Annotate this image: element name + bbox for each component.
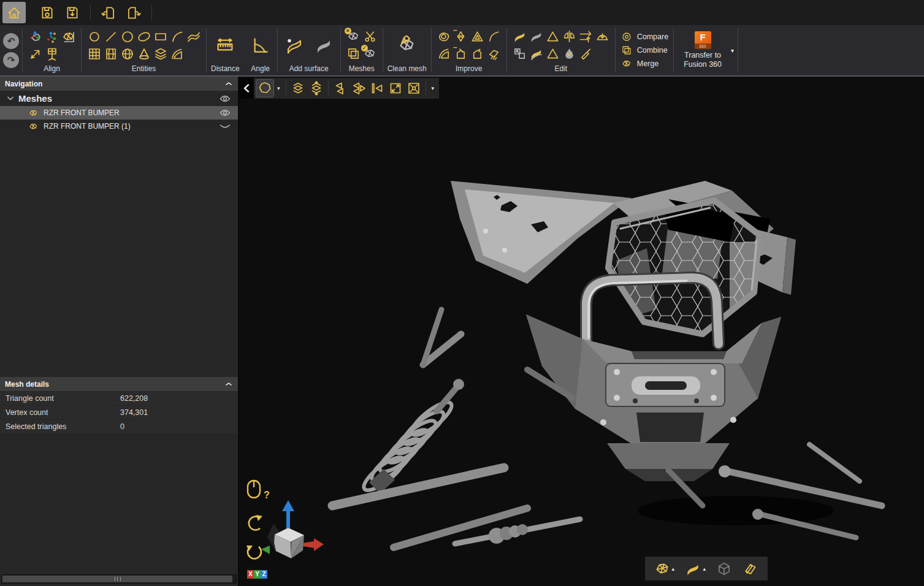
line-button[interactable] (102, 28, 119, 45)
chevron-up-icon[interactable]: ▴ (703, 566, 706, 572)
offset-surface-button[interactable] (528, 45, 544, 62)
align-mesh-button[interactable] (27, 28, 44, 45)
patch-region-button[interactable] (469, 45, 486, 62)
save-as-button[interactable] (61, 2, 84, 23)
visibility-hidden-eye-icon[interactable] (220, 123, 231, 130)
smooth-brush-button[interactable] (486, 45, 502, 62)
redo-document-button[interactable] (122, 2, 145, 23)
navigation-header[interactable]: Navigation (0, 77, 238, 91)
align-to-corner-button[interactable] (60, 28, 77, 45)
divider (286, 81, 286, 96)
validate-mesh-button[interactable]: ✓ (362, 45, 378, 62)
combine-button[interactable]: Combine (620, 44, 668, 56)
cylinder-button[interactable] (102, 45, 119, 62)
tree-group-meshes[interactable]: Meshes (0, 91, 238, 106)
smooth-arc-button[interactable] (486, 28, 502, 45)
lasso-select-button[interactable] (256, 80, 273, 97)
remesh-button[interactable] (469, 28, 486, 45)
rectangle-button[interactable] (152, 28, 169, 45)
collapse-chevron-icon[interactable] (226, 82, 232, 86)
align-group-label: Align (44, 64, 60, 75)
undo-document-button[interactable] (97, 2, 120, 23)
duplicate-mesh-button[interactable] (345, 45, 362, 62)
delete-mesh-button[interactable]: × (345, 28, 362, 45)
merge-button[interactable]: Merge (620, 58, 668, 70)
select-through-button[interactable] (368, 80, 386, 97)
flip-selection-button[interactable] (332, 80, 349, 97)
stack-button[interactable] (152, 45, 169, 62)
shrink-selection-button[interactable] (405, 80, 422, 97)
orientation-gizmo[interactable]: ? (244, 478, 330, 569)
home-button[interactable] (2, 2, 26, 23)
more-options-chevron-icon[interactable]: ▾ (429, 85, 437, 91)
grid-axes-button[interactable] (44, 45, 60, 62)
edit-surface-button[interactable] (511, 28, 528, 45)
wireframe-display-button[interactable]: ▴ (654, 561, 675, 577)
tree-item-rzr-front-bumper-1[interactable]: RZR FRONT BUMPER (1) (0, 120, 238, 133)
layers-visibility-button[interactable] (289, 80, 307, 97)
tangent-surface-button[interactable] (436, 45, 452, 62)
fill-hole-button[interactable] (436, 28, 452, 45)
new-surface-button[interactable] (282, 33, 307, 58)
divider (426, 81, 426, 96)
curved-surface-button[interactable] (169, 45, 185, 62)
move-arrow-button[interactable] (27, 45, 44, 62)
redo-icon[interactable]: ↷ (3, 52, 19, 68)
compare-combine-merge-group: Compare Combine Merge (616, 25, 673, 75)
push-pull-button[interactable] (594, 28, 611, 45)
visibility-eye-icon[interactable] (220, 95, 231, 102)
collapse-chevron-icon[interactable] (226, 382, 232, 386)
chevron-up-icon[interactable]: ▴ (672, 566, 675, 572)
collapse-panel-button[interactable] (239, 78, 254, 99)
section-plane-button[interactable] (743, 561, 758, 577)
cone-button[interactable] (136, 45, 152, 62)
invert-selection-button[interactable] (350, 80, 367, 97)
tree-item-rzr-front-bumper[interactable]: RZR FRONT BUMPER (0, 106, 238, 120)
transfer-to-fusion-button[interactable]: F 360 Transfer to Fusion 360 ▾ (674, 25, 738, 75)
entities-group-label: Entities (132, 64, 156, 75)
compare-button[interactable]: Compare (620, 31, 668, 43)
chevron-down-icon[interactable]: ▾ (275, 85, 283, 91)
triangle-outline-button[interactable] (544, 45, 561, 62)
horizontal-scrollbar[interactable] (1, 574, 237, 584)
surface-button[interactable] (311, 33, 336, 58)
bounding-box-button[interactable] (716, 561, 732, 577)
distance-button[interactable]: Distance (207, 25, 244, 75)
mirror-button[interactable] (561, 28, 578, 45)
decimate-button[interactable]: – (452, 28, 469, 45)
clean-mesh-button[interactable]: Clean mesh (383, 25, 431, 75)
circle-button[interactable] (119, 28, 136, 45)
scale-button[interactable] (511, 45, 528, 62)
divider (90, 5, 91, 21)
chevron-down-icon[interactable]: ▾ (731, 47, 734, 54)
scrollbar-thumb[interactable] (2, 576, 232, 582)
ellipse-button[interactable] (136, 28, 152, 45)
shaded-display-button[interactable]: ▴ (685, 561, 706, 577)
grid-plane-button[interactable] (86, 45, 102, 62)
smooth-surface-button[interactable] (528, 28, 544, 45)
display-toolbar: ▴ ▴ (645, 557, 768, 580)
point-button[interactable] (86, 28, 102, 45)
undo-icon[interactable]: ↶ (3, 33, 19, 49)
sphere-button[interactable] (119, 45, 136, 62)
triangle-button[interactable] (544, 28, 561, 45)
flatten-button[interactable] (578, 28, 594, 45)
viewport-3d[interactable]: ▾ ▾ ? (239, 77, 924, 586)
layers-expand-button[interactable] (308, 80, 325, 97)
align-points-button[interactable] (44, 28, 60, 45)
grow-selection-button[interactable] (387, 80, 404, 97)
expand-chevron-icon[interactable] (7, 96, 13, 101)
xyz-axes-badge[interactable]: X Y Z (247, 570, 267, 579)
save-button[interactable] (36, 2, 59, 23)
arc-button[interactable] (169, 28, 185, 45)
shrinkwrap-button[interactable] (561, 45, 578, 62)
erase-region-button[interactable]: – (452, 45, 469, 62)
selected-triangles-value: 0 (120, 422, 124, 431)
visibility-eye-icon[interactable] (220, 109, 231, 116)
splines-button[interactable] (185, 28, 202, 45)
mesh-details-header[interactable]: Mesh details (0, 377, 238, 391)
cut-knife-button[interactable] (578, 45, 594, 62)
mesh-model-render[interactable] (239, 77, 924, 586)
angle-button[interactable]: Angle (244, 25, 277, 75)
cut-mesh-button[interactable] (362, 28, 378, 45)
